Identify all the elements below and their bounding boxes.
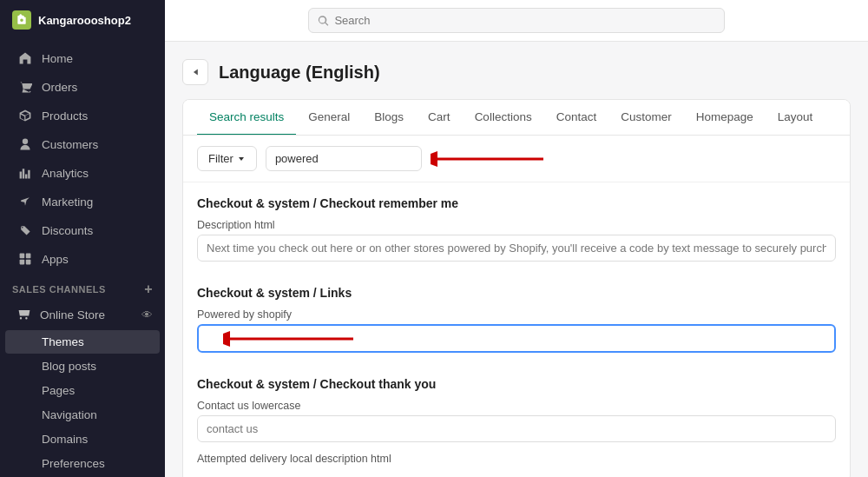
sidebar-sub-blog-posts[interactable]: Blog posts (5, 354, 160, 378)
sidebar-item-home[interactable]: Home (5, 44, 160, 72)
eye-icon: 👁 (141, 308, 153, 321)
sales-channels-header: SALES CHANNELS + (0, 274, 165, 300)
filter-arrow-indicator (431, 150, 552, 168)
themes-label: Themes (42, 335, 84, 348)
section-title-checkout-thankyou: Checkout & system / Checkout thank you (197, 377, 836, 391)
svg-rect-1 (26, 254, 31, 259)
customers-icon (17, 136, 33, 152)
sidebar-sub-domains[interactable]: Domains (5, 427, 160, 451)
sidebar-sub-themes[interactable]: Themes (5, 330, 160, 354)
main-content: Language (English) Search results Genera… (165, 0, 868, 477)
sidebar-item-products[interactable]: Products (5, 102, 160, 129)
field-input-powered-by[interactable] (197, 324, 836, 353)
page-title: Language (English) (219, 63, 380, 83)
tab-blogs[interactable]: Blogs (362, 100, 416, 136)
filter-button-label: Filter (208, 152, 233, 165)
store-name: Kangaroooshop2 (38, 14, 131, 27)
tab-homepage[interactable]: Homepage (684, 100, 766, 136)
svg-rect-2 (20, 260, 25, 265)
sidebar-item-analytics[interactable]: Analytics (5, 159, 160, 187)
search-input[interactable] (334, 14, 715, 27)
sidebar-item-apps[interactable]: Apps (5, 245, 160, 273)
sidebar-nav: Home Orders Products Customers (0, 40, 165, 477)
filter-text-input[interactable] (266, 146, 422, 171)
sidebar-item-online-store[interactable]: Online Store 👁 (5, 301, 160, 329)
sidebar: Kangaroooshop2 Home Orders Products (0, 0, 165, 477)
sidebar-item-orders-label: Orders (42, 81, 77, 94)
marketing-icon (17, 194, 33, 209)
sidebar-item-analytics-label: Analytics (42, 167, 89, 180)
sidebar-item-apps-label: Apps (42, 253, 69, 266)
tab-layout[interactable]: Layout (766, 100, 825, 136)
tabs-bar: Search results General Blogs Cart Collec… (183, 100, 850, 136)
preferences-label: Preferences (42, 457, 105, 470)
field-label-powered-by: Powered by shopify (197, 308, 836, 321)
sidebar-sub-preferences[interactable]: Preferences (5, 452, 160, 475)
online-store-icon (17, 307, 31, 323)
store-logo[interactable]: Kangaroooshop2 (0, 0, 165, 40)
field-label-desc-html: Description html (197, 219, 836, 231)
sidebar-item-discounts-label: Discounts (42, 224, 93, 237)
products-icon (17, 108, 33, 123)
content-body: Checkout & system / Checkout remember me… (183, 182, 850, 477)
add-sales-channel-button[interactable]: + (144, 282, 153, 296)
online-store-subnav: Themes Blog posts Pages Navigation Domai… (0, 330, 165, 475)
section-title-checkout-remember: Checkout & system / Checkout remember me (197, 196, 836, 210)
online-store-label: Online Store (40, 308, 105, 321)
navigation-label: Navigation (42, 408, 97, 421)
filter-button[interactable]: Filter (197, 146, 257, 171)
language-card: Search results General Blogs Cart Collec… (182, 99, 851, 477)
pages-label: Pages (42, 384, 75, 397)
sidebar-item-products-label: Products (42, 109, 88, 123)
sidebar-item-customers[interactable]: Customers (5, 130, 160, 158)
sidebar-item-home-label: Home (42, 52, 73, 65)
powered-by-wrap (197, 324, 836, 363)
field-label-contact-lowercase: Contact us lowercase (197, 400, 836, 412)
domains-label: Domains (42, 433, 88, 446)
svg-rect-0 (20, 254, 25, 259)
sidebar-sub-navigation[interactable]: Navigation (5, 403, 160, 427)
tab-cart[interactable]: Cart (416, 100, 463, 136)
shopify-bag-icon (12, 10, 31, 30)
sidebar-item-customers-label: Customers (42, 138, 98, 151)
sidebar-item-marketing-label: Marketing (42, 195, 93, 209)
svg-rect-3 (26, 260, 31, 265)
back-arrow-icon (189, 66, 201, 78)
field-label-attempted-delivery: Attempted delivery local description htm… (197, 453, 836, 465)
filter-row: Filter (183, 136, 850, 182)
section-title-checkout-links: Checkout & system / Links (197, 286, 836, 300)
sidebar-item-orders[interactable]: Orders (5, 73, 160, 101)
apps-icon (17, 251, 33, 267)
tab-search-results[interactable]: Search results (197, 100, 296, 136)
field-input-contact-lowercase[interactable] (197, 415, 836, 442)
page-header: Language (English) (182, 59, 851, 85)
sidebar-sub-pages[interactable]: Pages (5, 379, 160, 402)
back-button[interactable] (182, 59, 208, 85)
sidebar-item-discounts[interactable]: Discounts (5, 216, 160, 244)
topbar (165, 0, 868, 42)
discounts-icon (17, 222, 33, 238)
tab-customer[interactable]: Customer (608, 100, 684, 136)
tab-collections[interactable]: Collections (463, 100, 544, 136)
orders-icon (17, 79, 33, 95)
sidebar-item-marketing[interactable]: Marketing (5, 188, 160, 215)
tab-general[interactable]: General (296, 100, 362, 136)
blog-posts-label: Blog posts (42, 360, 96, 373)
home-icon (17, 50, 33, 66)
tab-contact[interactable]: Contact (544, 100, 609, 136)
content-area: Language (English) Search results Genera… (165, 42, 868, 477)
chevron-down-icon (237, 155, 246, 163)
analytics-icon (17, 165, 33, 181)
field-input-desc-html[interactable] (197, 235, 836, 262)
search-bar[interactable] (308, 8, 725, 33)
search-icon (318, 15, 329, 27)
